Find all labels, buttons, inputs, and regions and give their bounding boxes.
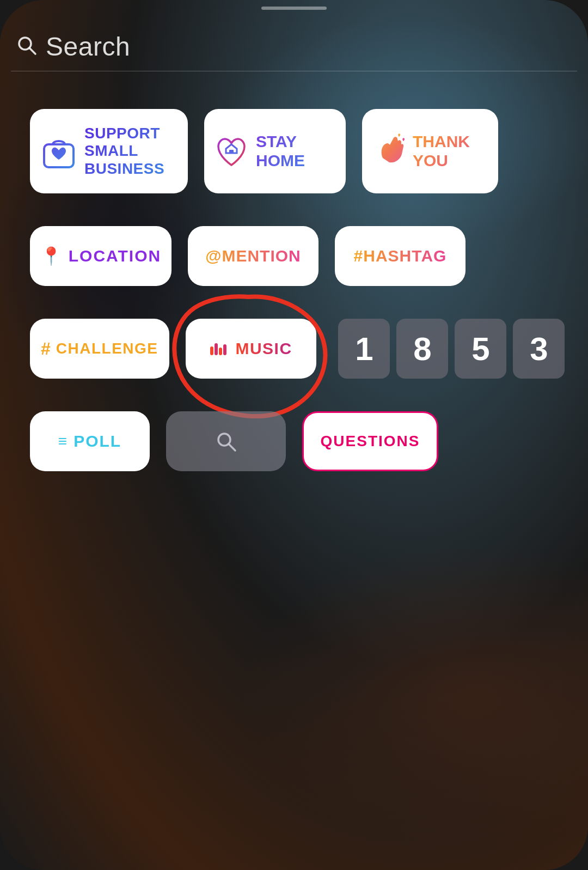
search-btn-icon [215,430,237,452]
sticker-poll[interactable]: ≡ POLL [30,411,150,471]
music-text: MUSIC [235,339,292,358]
sticker-stay-home[interactable]: STAY HOME [204,109,346,193]
search-bar[interactable]: Search [0,22,588,71]
svg-rect-5 [215,343,218,355]
location-pin-icon: 📍 [40,246,62,266]
sticker-mention[interactable]: @MENTION [188,226,318,286]
svg-rect-7 [223,344,226,355]
sticker-row-3: # CHALLENGE MUSIC [30,319,558,379]
svg-rect-3 [229,150,234,153]
search-placeholder: Search [46,32,130,62]
sticker-row-4: ≡ POLL QUESTIONS [30,411,558,471]
svg-line-9 [229,444,235,451]
sticker-row-1: SUPPORT SMALL BUSINESS [30,109,558,193]
music-bars-icon [209,339,229,358]
stay-home-text: STAY HOME [256,132,336,170]
thank-you-icon [372,133,407,169]
sticker-thank-you[interactable]: THANK YOU [362,109,498,193]
stay-home-icon [214,133,249,169]
search-icon [16,35,37,59]
sticker-music[interactable]: MUSIC [186,319,316,379]
poll-text: POLL [74,432,121,451]
time-digit-3: 5 [455,319,506,379]
sticker-hashtag[interactable]: #HASHTAG [335,226,465,286]
svg-rect-4 [210,346,213,355]
status-bar-handle [261,7,327,10]
sticker-challenge[interactable]: # CHALLENGE [30,319,169,379]
mention-text: @MENTION [205,247,301,265]
questions-text: QUESTIONS [321,433,420,450]
time-digit-4: 3 [513,319,565,379]
sticker-questions[interactable]: QUESTIONS [302,411,438,471]
poll-lines-icon: ≡ [58,433,67,450]
svg-rect-6 [219,348,222,355]
support-small-business-text: SUPPORT SMALL BUSINESS [84,125,178,178]
challenge-text: CHALLENGE [56,340,158,357]
sticker-location[interactable]: 📍 LOCATION [30,226,171,286]
hashtag-text: #HASHTAG [354,247,447,265]
sticker-grid: SUPPORT SMALL BUSINESS [0,87,588,493]
challenge-hash-icon: # [41,339,51,359]
sticker-time[interactable]: 1 8 5 3 [338,319,565,379]
time-digit-2: 8 [396,319,448,379]
sticker-support-small-business[interactable]: SUPPORT SMALL BUSINESS [30,109,188,193]
search-divider [11,71,577,71]
phone-frame: Search [0,0,588,870]
time-digit-1: 1 [338,319,390,379]
sticker-search-button[interactable] [166,411,286,471]
support-small-business-icon [40,132,78,171]
music-wrapper: MUSIC [186,319,316,379]
svg-line-1 [29,48,35,54]
sticker-row-2: 📍 LOCATION @MENTION #HASHTAG [30,226,558,286]
location-text: LOCATION [69,247,161,265]
thank-you-text: THANK YOU [413,132,488,170]
